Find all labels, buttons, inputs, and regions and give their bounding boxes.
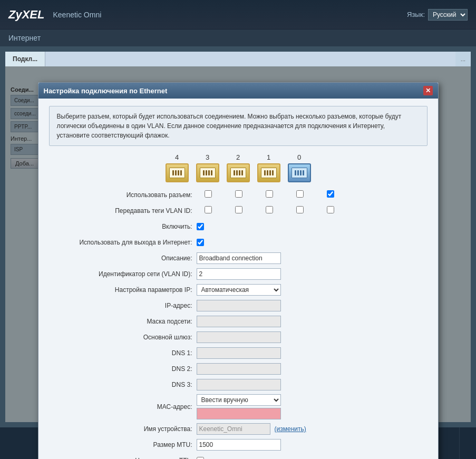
- subnet-input[interactable]: [197, 316, 281, 327]
- device-name-input[interactable]: [197, 423, 270, 435]
- use-port-3-checkbox[interactable]: [235, 190, 242, 198]
- port-icon-0[interactable]: [288, 163, 311, 182]
- subnet-label: Маска подсети:: [49, 318, 197, 325]
- dns2-row: DNS 2:: [49, 363, 428, 375]
- port-label-0: 0: [288, 153, 311, 161]
- use-port-4-checkbox[interactable]: [205, 190, 212, 198]
- port-icon-4[interactable]: [166, 163, 189, 182]
- description-input[interactable]: [197, 252, 281, 264]
- model-name: Keenetic Omni: [53, 11, 101, 19]
- dns1-label: DNS 1:: [49, 349, 197, 357]
- vlan-tag-2-checkbox[interactable]: [266, 206, 273, 213]
- subheader: Интернет: [0, 30, 476, 46]
- use-port-0-checkbox[interactable]: [327, 190, 334, 198]
- port-label-4: 4: [166, 153, 189, 161]
- ttl-row: Не уменьшать TTL:: [49, 454, 428, 459]
- gateway-input[interactable]: [197, 331, 281, 343]
- vlan-tag-label: Передавать теги VLAN ID:: [49, 207, 197, 214]
- subnet-row: Маска подсети:: [49, 315, 428, 328]
- lang-select[interactable]: Русский English: [428, 9, 468, 21]
- vlan-tag-checkboxes: [197, 206, 342, 216]
- description-label: Описание:: [49, 255, 197, 262]
- port-selector: 4 3 2 1 0: [49, 153, 428, 182]
- vlan-tag-row: Передавать теги VLAN ID:: [49, 204, 428, 217]
- enable-row: Включить:: [49, 220, 428, 233]
- dialog-body: Выберите разъем, который будет использов…: [38, 99, 438, 459]
- vlan-tag-1-checkbox[interactable]: [296, 206, 304, 213]
- internet-checkbox[interactable]: [197, 239, 204, 246]
- vlan-id-row: Идентификатор сети (VLAN ID):: [49, 268, 428, 280]
- use-port-label: Использовать разъем:: [49, 191, 197, 199]
- mtu-label: Размер MTU:: [49, 441, 197, 448]
- mac-input[interactable]: [197, 408, 281, 419]
- vlan-tag-4-checkbox[interactable]: [205, 206, 212, 213]
- dns1-row: DNS 1:: [49, 347, 428, 359]
- main-area: Подкл... ... Соеди... Соеди... ссоеди...…: [0, 46, 476, 427]
- internet-label: Использовать для выхода в Интернет:: [49, 239, 197, 246]
- enable-label: Включить:: [49, 223, 197, 230]
- ip-address-label: IP-адрес:: [49, 302, 197, 309]
- port-icon-1[interactable]: [257, 163, 280, 182]
- dialog-title-bar: Настройка подключения по Ethernet ✕: [38, 83, 438, 99]
- internet-row: Использовать для выхода в Интернет:: [49, 236, 428, 249]
- ip-address-input[interactable]: [197, 300, 281, 311]
- port-label-2: 2: [227, 153, 250, 161]
- dialog-description: Выберите разъем, который будет использов…: [49, 106, 428, 146]
- lang-label: Язык:: [407, 11, 425, 18]
- tab-right[interactable]: ...: [455, 52, 471, 66]
- page-content: Соеди... Соеди... ссоеди... PPTP... Инте…: [5, 66, 471, 422]
- port-labels: 4 3 2 1 0: [166, 153, 311, 161]
- device-name-label: Имя устройства:: [49, 425, 197, 433]
- device-name-change-link[interactable]: (изменить): [275, 425, 306, 433]
- ethernet-dialog: Настройка подключения по Ethernet ✕ Выбе…: [38, 82, 439, 459]
- ip-settings-label: Настройка параметров IP:: [49, 286, 197, 294]
- header: ZyXEL Keenetic Omni Язык: Русский Englis…: [0, 0, 476, 30]
- port-label-3: 3: [196, 153, 219, 161]
- ttl-label: Не уменьшать TTL:: [49, 457, 197, 459]
- ttl-checkbox[interactable]: [197, 457, 204, 459]
- mtu-input[interactable]: [197, 439, 281, 451]
- language-selector: Язык: Русский English: [407, 9, 468, 21]
- use-port-checkboxes: [197, 190, 342, 200]
- dns3-input[interactable]: [197, 379, 281, 390]
- gateway-row: Основной шлюз:: [49, 331, 428, 344]
- page-title: Интернет: [8, 34, 41, 42]
- description-row: Описание:: [49, 252, 428, 265]
- port-label-1: 1: [257, 153, 280, 161]
- mtu-row: Размер MTU:: [49, 438, 428, 451]
- tab-podkl[interactable]: Подкл...: [5, 52, 45, 66]
- dns3-label: DNS 3:: [49, 381, 197, 388]
- enable-checkbox[interactable]: [197, 223, 204, 230]
- ip-settings-select[interactable]: Автоматическая Статическая: [197, 284, 281, 296]
- gateway-label: Основной шлюз:: [49, 334, 197, 341]
- vlan-id-label: Идентификатор сети (VLAN ID):: [49, 270, 197, 278]
- vlan-id-input[interactable]: [197, 268, 281, 280]
- vlan-tag-0-checkbox[interactable]: [327, 206, 334, 213]
- port-icon-2[interactable]: [227, 163, 250, 182]
- dialog-title: Настройка подключения по Ethernet: [44, 87, 168, 95]
- tab-bar: Подкл... ...: [5, 52, 471, 66]
- dns2-label: DNS 2:: [49, 365, 197, 373]
- dns3-row: DNS 3:: [49, 378, 428, 391]
- mac-select[interactable]: Ввести вручную По умолчанию: [197, 394, 281, 406]
- vlan-tag-3-checkbox[interactable]: [235, 206, 242, 213]
- dialog-close-button[interactable]: ✕: [423, 86, 433, 95]
- mac-label: МАС-адрес:: [49, 403, 197, 411]
- port-icon-3[interactable]: [196, 163, 219, 182]
- ip-address-row: IP-адрес:: [49, 299, 428, 312]
- use-port-2-checkbox[interactable]: [266, 190, 273, 198]
- logo: ZyXEL: [8, 8, 44, 22]
- device-name-row: Имя устройства: (изменить): [49, 423, 428, 435]
- dns1-input[interactable]: [197, 347, 281, 359]
- use-port-1-checkbox[interactable]: [296, 190, 304, 198]
- ip-settings-row: Настройка параметров IP: Автоматическая …: [49, 284, 428, 296]
- use-port-row: Использовать разъем:: [49, 189, 428, 201]
- port-icons: [166, 163, 311, 182]
- mac-row: МАС-адрес: Ввести вручную По умолчанию: [49, 394, 428, 419]
- dns2-input[interactable]: [197, 363, 281, 375]
